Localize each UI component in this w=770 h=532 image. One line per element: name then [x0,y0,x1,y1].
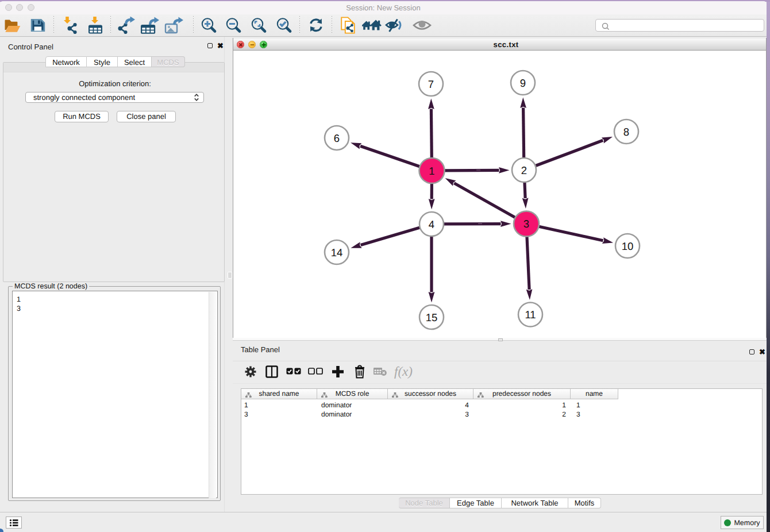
svg-text:6: 6 [334,132,340,144]
svg-text:7: 7 [428,78,434,90]
svg-text:1: 1 [429,165,434,177]
svg-text:2: 2 [521,164,527,176]
svg-text:14: 14 [331,246,343,259]
svg-text:3: 3 [523,218,529,230]
svg-text:4: 4 [429,218,434,230]
svg-text:15: 15 [426,311,438,323]
svg-text:10: 10 [622,240,634,252]
svg-text:9: 9 [520,77,526,89]
svg-text:8: 8 [623,126,629,138]
svg-text:11: 11 [525,309,536,321]
